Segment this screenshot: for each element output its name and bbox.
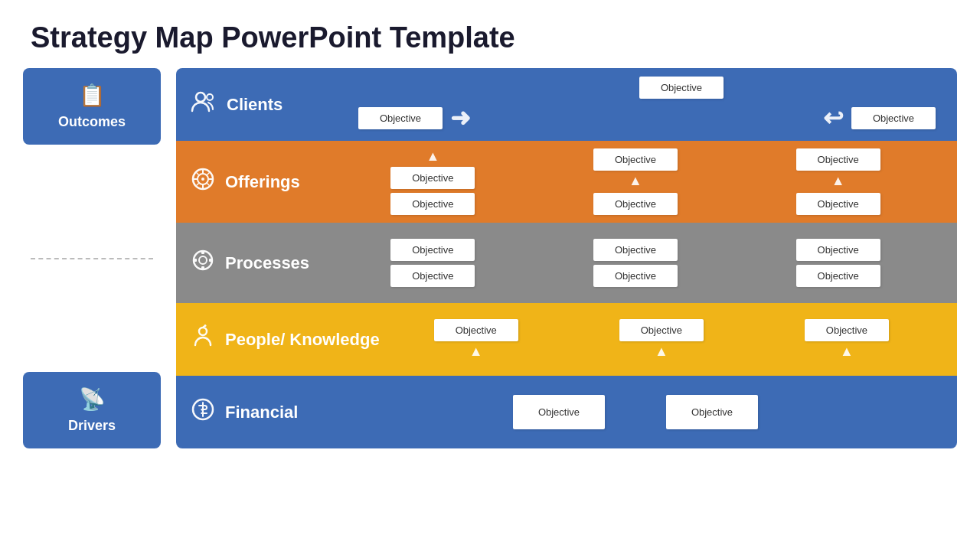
svg-point-19	[199, 328, 207, 335]
outcomes-icon: 📋	[79, 83, 106, 108]
svg-line-10	[207, 183, 210, 186]
obj-box: Objective	[796, 239, 880, 261]
obj-box: Objective	[593, 265, 678, 287]
obj-box: Objective	[390, 265, 475, 287]
svg-line-11	[207, 173, 210, 176]
obj-box: Objective	[805, 319, 889, 341]
outcomes-label: Outcomes	[58, 114, 126, 130]
obj-box: Objective	[639, 77, 724, 99]
obj-box: Objective	[390, 239, 475, 261]
people-label: People/ Knowledge	[225, 330, 380, 350]
financial-label: Financial	[225, 403, 298, 422]
financial-icon	[190, 396, 216, 428]
obj-box: Objective	[619, 319, 704, 341]
clients-label: Clients	[227, 95, 283, 115]
svg-line-12	[197, 183, 200, 186]
obj-box: Objective	[358, 107, 443, 129]
obj-box: Objective	[851, 107, 936, 129]
outcomes-card: 📋 Outcomes	[23, 68, 161, 145]
obj-box: Objective	[390, 193, 475, 215]
obj-box: Objective	[796, 265, 880, 287]
svg-point-4	[201, 178, 204, 181]
processes-band: Processes Objective Objective Objective …	[176, 223, 957, 303]
svg-rect-17	[193, 259, 197, 262]
svg-point-0	[196, 93, 205, 102]
obj-box: Objective	[593, 239, 678, 261]
financial-band: Financial Objective Objective	[176, 376, 957, 448]
drivers-icon: 📡	[79, 386, 106, 412]
offerings-icon	[190, 166, 216, 197]
obj-box: Objective	[796, 193, 880, 215]
obj-box: Objective	[434, 319, 518, 341]
processes-label: Processes	[225, 253, 309, 273]
svg-rect-15	[201, 250, 204, 254]
people-icon	[190, 324, 216, 355]
processes-icon	[190, 247, 216, 279]
clients-band: Clients Objective Objective ➜ ↩ Objectiv…	[176, 68, 957, 141]
obj-box: Objective	[390, 167, 475, 189]
drivers-label: Drivers	[68, 418, 116, 434]
strategy-map: Clients Objective Objective ➜ ↩ Objectiv…	[176, 68, 957, 448]
svg-rect-18	[209, 259, 213, 262]
svg-point-14	[199, 256, 207, 264]
svg-point-1	[207, 94, 213, 100]
svg-line-9	[197, 173, 200, 176]
svg-point-20	[204, 324, 207, 327]
obj-box: Objective	[666, 395, 758, 429]
obj-box: Objective	[796, 148, 880, 171]
people-band: People/ Knowledge Objective ▲ Objective …	[176, 303, 957, 376]
drivers-card: 📡 Drivers	[23, 372, 161, 448]
obj-box: Objective	[593, 193, 678, 215]
obj-box: Objective	[513, 395, 605, 429]
clients-icon	[190, 88, 217, 121]
sidebar: 📋 Outcomes 📡 Drivers	[23, 68, 176, 448]
obj-box: Objective	[593, 148, 678, 171]
page-title: Strategy Map PowerPoint Template	[0, 0, 980, 68]
offerings-label: Offerings	[225, 172, 300, 192]
svg-rect-16	[201, 266, 204, 270]
offerings-band: Offerings ▲ Objective Objective ▲ Object…	[176, 141, 957, 223]
